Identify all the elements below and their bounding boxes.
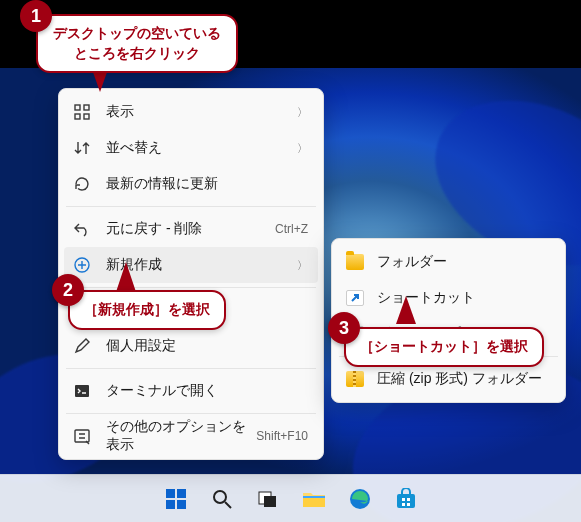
submenu-shortcut[interactable]: ショートカット	[337, 280, 560, 316]
annotation-2-badge: 2	[52, 274, 84, 306]
zip-icon	[345, 369, 365, 389]
edge-button[interactable]	[340, 479, 380, 519]
search-button[interactable]	[202, 479, 242, 519]
annotation-3: ［ショートカット］を選択	[344, 327, 544, 367]
menu-more-label: その他のオプションを表示	[106, 418, 256, 454]
chevron-right-icon: 〉	[297, 105, 308, 120]
shortcut-icon	[345, 288, 365, 308]
menu-sort[interactable]: 並べ替え 〉	[64, 130, 318, 166]
menu-undo-shortcut: Ctrl+Z	[275, 222, 308, 236]
taskview-button[interactable]	[248, 479, 288, 519]
refresh-icon	[72, 174, 92, 194]
separator	[66, 368, 316, 369]
chevron-right-icon: 〉	[297, 141, 308, 156]
more-icon	[72, 426, 92, 446]
taskbar	[0, 474, 581, 522]
annotation-2-tail	[116, 262, 136, 292]
svg-rect-9	[303, 496, 325, 498]
annotation-3-tail	[396, 296, 416, 324]
menu-more-shortcut: Shift+F10	[256, 429, 308, 443]
svg-rect-22	[75, 385, 89, 397]
svg-rect-23	[75, 430, 89, 442]
menu-terminal-label: ターミナルで開く	[106, 382, 308, 400]
menu-terminal[interactable]: ターミナルで開く	[64, 373, 318, 409]
svg-rect-11	[397, 494, 415, 508]
svg-rect-2	[166, 500, 175, 509]
separator	[66, 206, 316, 207]
terminal-icon	[72, 381, 92, 401]
desktop-context-menu: 表示 〉 並べ替え 〉 最新の情報に更新 元に戻す - 削除 Ctrl+Z 新規…	[58, 88, 324, 460]
annotation-1-badge: 1	[20, 0, 52, 32]
svg-line-5	[225, 502, 231, 508]
view-icon	[72, 102, 92, 122]
chevron-right-icon: 〉	[297, 258, 308, 273]
svg-rect-14	[402, 503, 405, 506]
separator	[66, 413, 316, 414]
submenu-zip-label: 圧縮 (zip 形式) フォルダー	[377, 370, 550, 388]
menu-undo[interactable]: 元に戻す - 削除 Ctrl+Z	[64, 211, 318, 247]
svg-rect-17	[84, 105, 89, 110]
svg-rect-1	[177, 489, 186, 498]
folder-icon	[345, 252, 365, 272]
svg-rect-12	[402, 498, 405, 501]
explorer-button[interactable]	[294, 479, 334, 519]
submenu-folder-label: フォルダー	[377, 253, 550, 271]
menu-undo-label: 元に戻す - 削除	[106, 220, 275, 238]
menu-refresh-label: 最新の情報に更新	[106, 175, 308, 193]
personalize-icon	[72, 336, 92, 356]
annotation-2: ［新規作成］を選択	[68, 290, 226, 330]
svg-rect-0	[166, 489, 175, 498]
svg-rect-19	[84, 114, 89, 119]
sort-icon	[72, 138, 92, 158]
annotation-3-badge: 3	[328, 312, 360, 344]
svg-point-4	[214, 491, 226, 503]
menu-refresh[interactable]: 最新の情報に更新	[64, 166, 318, 202]
new-icon	[72, 255, 92, 275]
undo-icon	[72, 219, 92, 239]
menu-view[interactable]: 表示 〉	[64, 94, 318, 130]
menu-personalize[interactable]: 個人用設定	[64, 328, 318, 364]
svg-rect-7	[264, 496, 276, 507]
submenu-folder[interactable]: フォルダー	[337, 244, 560, 280]
separator	[66, 287, 316, 288]
store-button[interactable]	[386, 479, 426, 519]
menu-sort-label: 並べ替え	[106, 139, 297, 157]
new-submenu: フォルダー ショートカット ビットマップ イメージ 圧縮 (zip 形式) フォ…	[331, 238, 566, 403]
svg-rect-13	[407, 498, 410, 501]
menu-more-options[interactable]: その他のオプションを表示 Shift+F10	[64, 418, 318, 454]
start-button[interactable]	[156, 479, 196, 519]
menu-view-label: 表示	[106, 103, 297, 121]
svg-rect-18	[75, 114, 80, 119]
annotation-1: デスクトップの空いている ところを右クリック	[36, 14, 238, 73]
svg-rect-16	[75, 105, 80, 110]
svg-rect-15	[407, 503, 410, 506]
svg-rect-8	[303, 497, 325, 507]
menu-new[interactable]: 新規作成 〉	[64, 247, 318, 283]
svg-rect-3	[177, 500, 186, 509]
menu-personalize-label: 個人用設定	[106, 337, 308, 355]
